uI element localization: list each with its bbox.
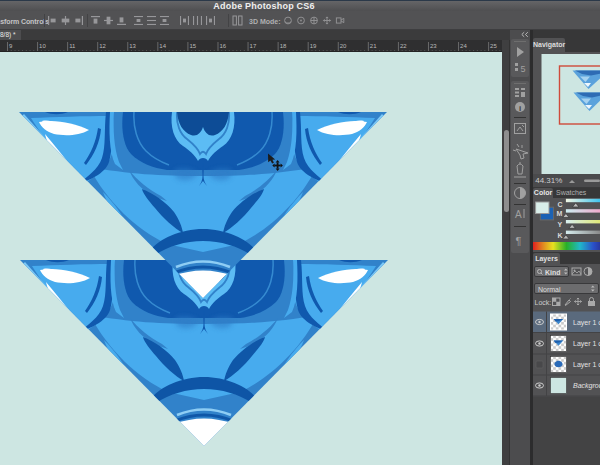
svg-text:nsform Controls: nsform Controls [0, 18, 49, 25]
svg-text:10: 10 [39, 43, 46, 49]
svg-text:13: 13 [129, 43, 136, 49]
svg-text:19: 19 [310, 43, 317, 49]
svg-text:11: 11 [69, 43, 76, 49]
svg-text:5: 5 [521, 64, 526, 74]
svg-text:16: 16 [219, 43, 226, 49]
svg-text:3D Mode:: 3D Mode: [249, 18, 281, 25]
svg-text:K: K [558, 232, 563, 239]
svg-text:14: 14 [159, 43, 166, 49]
svg-text:Background: Background [573, 382, 600, 390]
svg-text:Normal: Normal [538, 286, 561, 293]
svg-text:Layer 1 co: Layer 1 co [573, 361, 600, 369]
svg-text:21: 21 [370, 43, 377, 49]
svg-text:20: 20 [340, 43, 347, 49]
svg-text:24: 24 [460, 43, 467, 49]
svg-text:15: 15 [189, 43, 196, 49]
svg-text:A: A [515, 209, 522, 220]
svg-text:i: i [519, 104, 521, 113]
svg-text:Lock:: Lock: [535, 299, 552, 306]
svg-text:Kind: Kind [545, 269, 561, 276]
svg-text:¶: ¶ [516, 235, 522, 247]
svg-text:12: 12 [99, 43, 106, 49]
svg-text:Layer 1 co: Layer 1 co [573, 340, 600, 348]
svg-text:23: 23 [430, 43, 437, 49]
svg-text:M: M [557, 210, 563, 217]
svg-text:22: 22 [400, 43, 407, 49]
svg-text:Layer 1 co: Layer 1 co [573, 319, 600, 327]
svg-text:C: C [558, 201, 563, 208]
svg-text:17: 17 [250, 43, 257, 49]
svg-text:18: 18 [280, 43, 287, 49]
svg-text:Y: Y [558, 221, 563, 228]
svg-text:25: 25 [490, 43, 497, 49]
svg-text:9: 9 [9, 43, 13, 49]
